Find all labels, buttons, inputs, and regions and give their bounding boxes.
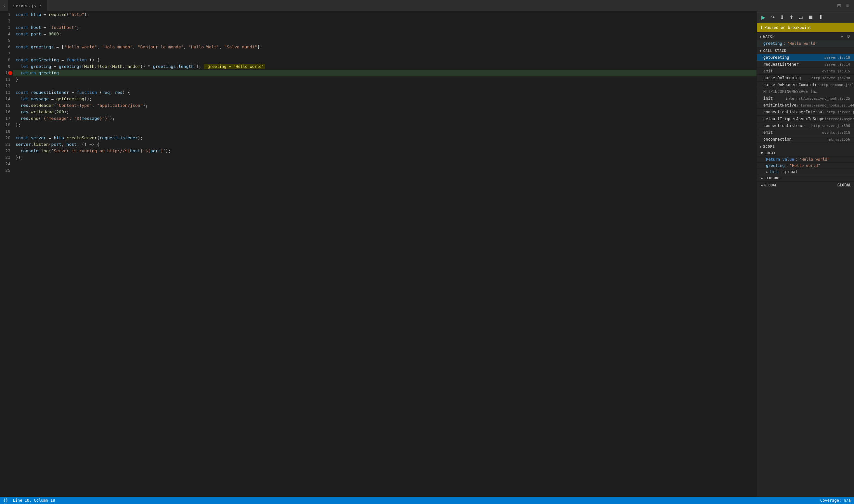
global-val: global (837, 183, 851, 187)
callstack-fn-name: getGreeting (763, 55, 789, 60)
tab-filename: server.js (13, 3, 36, 8)
line-number: 14 (3, 96, 11, 102)
step-into-button[interactable]: ⬇ (778, 14, 786, 21)
watch-item-value: "Hello world" (787, 41, 818, 46)
line-number: 17 (3, 115, 11, 122)
callstack-frame[interactable]: requestListenerserver.js:14 (757, 61, 854, 68)
code-lines: const http = require("http");const host … (13, 11, 756, 497)
scope-section-header[interactable]: ▼ Scope (757, 143, 854, 150)
code-line: server.listen(port, host, () => { (13, 141, 756, 148)
callstack-file-ref: internal/async_hooks.js:144 (796, 103, 854, 107)
callstack-section-header[interactable]: ▼ Call Stack (757, 47, 854, 54)
step-out-button[interactable]: ⬆ (787, 14, 796, 21)
line-number: 18 (3, 122, 11, 128)
callstack-frame[interactable]: parserOnIncoming_http_server.js:790 (757, 75, 854, 82)
callstack-fn-name: requestListener (763, 62, 798, 67)
callstack-fn-name: connectionListenerInternal (763, 110, 824, 114)
line-number: 6 (3, 44, 11, 50)
greeting-name: greeting (766, 163, 785, 168)
code-container: 1234567891011121314151617181920212223242… (0, 11, 756, 497)
tab-close-button[interactable]: × (39, 3, 42, 8)
disconnect-button[interactable]: ⏹ (806, 14, 815, 21)
callstack-frame[interactable]: defaultTriggerAsyncIdScopeinternal/async… (757, 115, 854, 122)
watch-refresh-button[interactable]: ↺ (846, 34, 851, 39)
braces-icon: {} (3, 498, 8, 503)
callstack-frame[interactable]: getGreetingserver.js:10 (757, 54, 854, 61)
code-line: res.writeHead(200); (13, 109, 756, 115)
editor-area[interactable]: 1234567891011121314151617181920212223242… (0, 11, 756, 497)
code-line: const http = require("http"); (13, 11, 756, 18)
callstack-frame[interactable]: connectionListener_http_server.js:396 (757, 122, 854, 129)
code-line: res.setHeader("Content-Type", "applicati… (13, 102, 756, 109)
watch-add-button[interactable]: + (840, 34, 844, 39)
split-editor-button[interactable]: ⊟ (835, 2, 843, 10)
watch-item: greeting : "Hello world" (757, 40, 854, 47)
line-number: 4 (3, 31, 11, 37)
line-number: 21 (3, 141, 11, 148)
pause-button[interactable]: ⏸ (817, 14, 826, 21)
scope-this[interactable]: ▶ this : global (757, 169, 854, 175)
callstack-frame[interactable]: onconnectionnet.js:1556 (757, 136, 854, 143)
callstack-frame[interactable]: emitInitNativeinternal/async_hooks.js:14… (757, 102, 854, 109)
watch-chevron-icon: ▼ (760, 34, 762, 39)
code-line: const requestListener = function (req, r… (13, 89, 756, 96)
line-number: 19 (3, 128, 11, 135)
file-tab[interactable]: server.js × (8, 0, 47, 11)
watch-actions: + ↺ (840, 34, 851, 39)
callstack-fn-name: emit (763, 69, 773, 73)
breakpoint-notification: ℹ Paused on breakpoint (757, 23, 854, 32)
line-numbers: 1234567891011121314151617181920212223242… (0, 11, 13, 497)
code-line: const getGreeting = function () { (13, 57, 756, 63)
code-line: const server = http.createServer(request… (13, 135, 756, 141)
line-number: 8 (3, 57, 11, 63)
code-line (13, 37, 756, 44)
coverage-label: Coverage: n/a (820, 498, 851, 503)
line-number: 16 (3, 109, 11, 115)
scope-global-header[interactable]: ▶ Global global (757, 182, 854, 188)
callstack-file-ref: _http_server.js:790 (809, 76, 850, 80)
watch-section-header[interactable]: ▼ Watch + ↺ (757, 32, 854, 40)
restart-button[interactable]: ⇄ (797, 14, 805, 21)
info-icon: ℹ (761, 25, 762, 30)
callstack-fn-name: emitInitNative (763, 103, 796, 107)
return-value-val: "Hello world" (799, 157, 830, 162)
line-number: 2 (3, 18, 11, 24)
callstack-file-ref: internal/async_hooks.js:313 (824, 117, 854, 121)
line-number: 5 (3, 37, 11, 44)
scope-label: Scope (763, 145, 775, 149)
scope-closure-header[interactable]: ▶ Closure (757, 175, 854, 182)
line-number: 23 (3, 154, 11, 161)
return-value-name: Return value (766, 157, 794, 162)
callstack-file-ref: net.js:1556 (826, 137, 850, 142)
callstack-fn-name: parserOnHeadersComplete (763, 83, 817, 87)
code-line: let message = getGreeting(); (13, 96, 756, 102)
cursor-position: Line 10, Column 18 (13, 498, 55, 503)
line-number: 7 (3, 50, 11, 57)
continue-button[interactable]: ▶ (760, 14, 767, 21)
callstack-file-ref: server.js:10 (824, 56, 850, 60)
callstack-frame[interactable]: emitevents.js:315 (757, 68, 854, 75)
code-line (13, 83, 756, 89)
line-number: 3 (3, 24, 11, 31)
scope-local-header[interactable]: ▼ Local (757, 150, 854, 157)
line-number: 9 (3, 63, 11, 70)
code-line (13, 18, 756, 24)
callstack-frame[interactable]: connectionListenerInternal_http_server.j… (757, 109, 854, 115)
main-content: 1234567891011121314151617181920212223242… (0, 11, 854, 497)
callstack-frame[interactable]: HTTPINCOMINGMESSAGE (a… (757, 88, 854, 95)
this-name: this (769, 169, 779, 174)
more-actions-button[interactable]: ≡ (844, 2, 851, 10)
code-line (13, 128, 756, 135)
nav-back-button[interactable]: ‹ (0, 0, 8, 11)
step-over-button[interactable]: ↷ (769, 14, 777, 21)
callstack-frame[interactable]: emitevents.js:315 (757, 129, 854, 136)
breakpoint-text: Paused on breakpoint (764, 25, 812, 30)
callstack-frame[interactable]: parserOnHeadersComplete_http_common.js:1… (757, 82, 854, 88)
line-number: 13 (3, 89, 11, 96)
status-bar: {} Line 10, Column 18 Coverage: n/a (0, 497, 854, 504)
callstack-frame[interactable]: initinternal/inspec…ync_hook.js:25 (757, 95, 854, 102)
callstack-fn-name: defaultTriggerAsyncIdScope (763, 116, 824, 121)
line-number: 12 (3, 83, 11, 89)
callstack-file-ref: internal/inspec…ync_hook.js:25 (785, 96, 850, 101)
status-right: Coverage: n/a (820, 498, 851, 503)
